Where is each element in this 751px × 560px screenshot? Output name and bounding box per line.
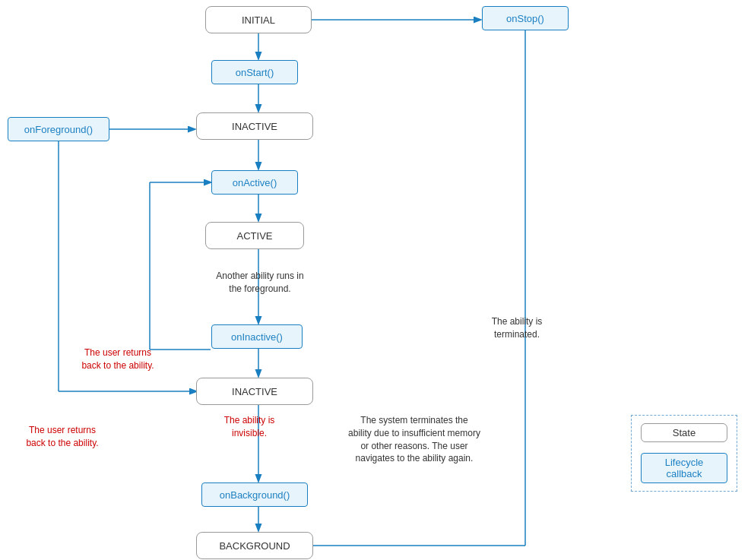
callback-onInactive: onInactive() — [211, 324, 303, 349]
callback-onForeground: onForeground() — [8, 117, 109, 141]
legend-box: State Lifecycle callback — [631, 415, 737, 492]
diagram-container: INITIAL INACTIVE ACTIVE INACTIVE BACKGRO… — [0, 0, 751, 560]
state-active: ACTIVE — [205, 222, 304, 249]
state-inactive1: INACTIVE — [196, 112, 313, 140]
callback-onStart: onStart() — [211, 60, 298, 84]
state-inactive2: INACTIVE — [196, 378, 313, 405]
callback-onActive: onActive() — [211, 170, 298, 195]
annotation-user-returns-2: The user returnsback to the ability. — [17, 424, 108, 450]
legend-state: State — [641, 423, 727, 442]
annotation-system-terminates: The system terminates theability due to … — [338, 414, 490, 465]
state-background: BACKGROUND — [196, 532, 313, 559]
callback-onBackground: onBackground() — [201, 482, 308, 507]
annotation-foreground-run: Another ability runs inthe foreground. — [199, 270, 321, 296]
annotation-user-returns-1: The user returnsback to the ability. — [72, 346, 163, 372]
callback-onStop: onStop() — [482, 6, 569, 30]
annotation-invisible: The ability isinvisible. — [204, 414, 295, 440]
annotation-terminated: The ability isterminated. — [471, 315, 562, 341]
state-initial: INITIAL — [205, 6, 312, 33]
legend-callback: Lifecycle callback — [641, 453, 727, 483]
